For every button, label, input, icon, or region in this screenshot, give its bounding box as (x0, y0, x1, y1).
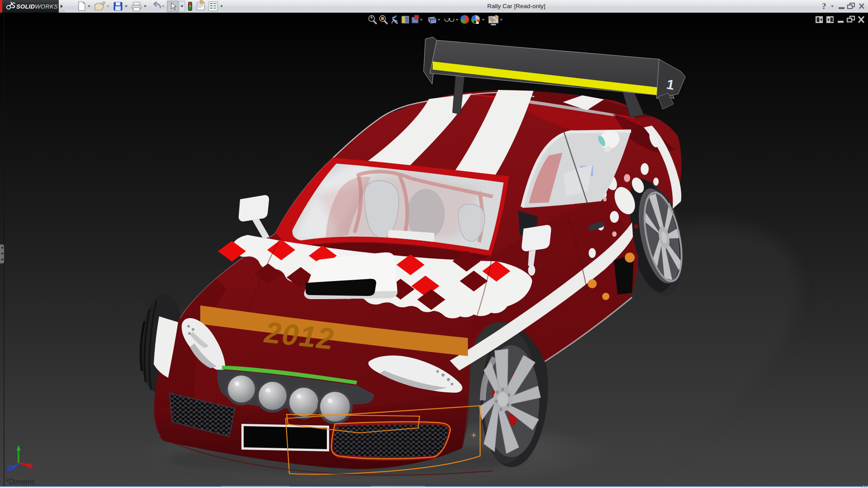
svg-text:?: ? (822, 1, 826, 11)
